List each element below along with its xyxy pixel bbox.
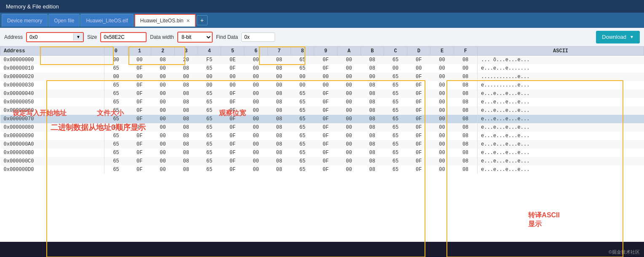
hex-cell[interactable]: 00 [337, 106, 361, 115]
hex-cell[interactable]: 00 [337, 157, 361, 165]
hex-cell[interactable]: 08 [267, 149, 291, 157]
hex-cell[interactable]: 00 [454, 64, 477, 73]
hex-cell[interactable]: 08 [267, 98, 291, 106]
hex-cell[interactable]: 65 [104, 157, 128, 165]
hex-cell[interactable]: 0F [221, 89, 244, 98]
hex-cell[interactable]: 08 [454, 81, 477, 89]
hex-cell[interactable]: 00 [291, 73, 314, 81]
tab-close-icon[interactable]: ✕ [186, 18, 190, 24]
hex-cell[interactable]: 00 [337, 115, 361, 123]
hex-cell[interactable]: 65 [291, 64, 314, 73]
hex-cell[interactable]: 65 [198, 98, 221, 106]
hex-cell[interactable]: 65 [104, 132, 128, 140]
hex-cell[interactable]: 0F [314, 132, 337, 140]
hex-cell[interactable]: 08 [361, 132, 384, 140]
hex-cell[interactable]: 00 [244, 98, 267, 106]
hex-cell[interactable]: F5 [198, 56, 221, 65]
hex-cell[interactable]: 00 [361, 73, 384, 81]
hex-cell[interactable]: 0F [314, 89, 337, 98]
hex-cell[interactable]: 65 [384, 157, 407, 165]
hex-cell[interactable]: 08 [361, 115, 384, 123]
hex-cell[interactable]: 00 [430, 56, 454, 65]
hex-cell[interactable]: 08 [454, 132, 477, 140]
hex-cell[interactable]: 00 [151, 157, 174, 165]
hex-cell[interactable]: 0F [128, 157, 151, 165]
hex-cell[interactable]: 00 [244, 157, 267, 165]
hex-cell[interactable]: 0F [221, 149, 244, 157]
hex-cell[interactable]: 08 [361, 157, 384, 165]
hex-cell[interactable]: 08 [454, 73, 477, 81]
hex-cell[interactable]: 08 [454, 106, 477, 115]
hex-cell[interactable]: 00 [244, 165, 267, 174]
hex-cell[interactable]: 20 [174, 56, 198, 65]
hex-cell[interactable]: 0F [128, 115, 151, 123]
hex-cell[interactable]: 00 [244, 140, 267, 149]
hex-cell[interactable]: 00 [337, 140, 361, 149]
hex-cell[interactable]: 00 [128, 73, 151, 81]
hex-cell[interactable]: 00 [244, 56, 267, 65]
hex-cell[interactable]: 0F [314, 165, 337, 174]
hex-cell[interactable]: 0F [314, 56, 337, 65]
hex-cell[interactable]: 00 [430, 81, 454, 89]
hex-cell[interactable]: 65 [291, 157, 314, 165]
hex-cell[interactable]: 08 [454, 98, 477, 106]
hex-cell[interactable]: 65 [198, 165, 221, 174]
hex-cell[interactable]: 65 [291, 132, 314, 140]
hex-cell[interactable]: 0F [407, 140, 430, 149]
hex-cell[interactable]: 08 [174, 165, 198, 174]
hex-cell[interactable]: 00 [151, 140, 174, 149]
data-width-select[interactable]: 8-bit 16-bit 32-bit [178, 32, 212, 42]
hex-cell[interactable]: 00 [151, 98, 174, 106]
hex-cell[interactable]: 08 [454, 149, 477, 157]
hex-cell[interactable]: 00 [337, 98, 361, 106]
hex-cell[interactable]: 00 [244, 132, 267, 140]
hex-cell[interactable]: 00 [244, 115, 267, 123]
hex-cell[interactable]: 00 [430, 73, 454, 81]
hex-cell[interactable]: 00 [430, 149, 454, 157]
hex-cell[interactable]: 65 [384, 140, 407, 149]
hex-cell[interactable]: 00 [314, 73, 337, 81]
hex-cell[interactable]: 00 [337, 149, 361, 157]
hex-cell[interactable]: 08 [361, 81, 384, 89]
hex-cell[interactable]: 00 [384, 64, 407, 73]
hex-cell[interactable]: 0F [407, 165, 430, 174]
hex-cell[interactable]: 00 [151, 64, 174, 73]
hex-cell[interactable]: 0F [407, 123, 430, 132]
hex-cell[interactable]: 00 [430, 98, 454, 106]
hex-cell[interactable]: 0F [407, 106, 430, 115]
hex-cell[interactable]: 08 [174, 140, 198, 149]
hex-cell[interactable]: 0F [314, 157, 337, 165]
find-data-input[interactable] [241, 32, 275, 42]
hex-cell[interactable]: 08 [361, 140, 384, 149]
size-input[interactable] [100, 32, 147, 42]
hex-cell[interactable]: 65 [104, 140, 128, 149]
hex-cell[interactable]: 65 [104, 89, 128, 98]
hex-cell[interactable]: 0F [128, 140, 151, 149]
hex-cell[interactable]: 08 [174, 81, 198, 89]
hex-cell[interactable]: 0F [407, 56, 430, 65]
hex-cell[interactable]: 08 [454, 140, 477, 149]
hex-cell[interactable]: 08 [267, 56, 291, 65]
hex-cell[interactable]: 00 [337, 132, 361, 140]
hex-cell[interactable]: 0F [221, 123, 244, 132]
hex-cell[interactable]: 65 [291, 106, 314, 115]
hex-cell[interactable]: 08 [267, 123, 291, 132]
hex-cell[interactable]: 08 [454, 165, 477, 174]
hex-cell[interactable]: 0F [221, 115, 244, 123]
hex-cell[interactable]: 65 [104, 149, 128, 157]
hex-cell[interactable]: 08 [454, 115, 477, 123]
hex-cell[interactable]: 08 [267, 132, 291, 140]
hex-cell[interactable]: 08 [174, 149, 198, 157]
hex-cell[interactable]: 0F [221, 157, 244, 165]
hex-cell[interactable]: 08 [174, 115, 198, 123]
hex-cell[interactable]: 0F [128, 132, 151, 140]
hex-cell[interactable]: 0F [128, 64, 151, 73]
hex-cell[interactable]: 00 [198, 73, 221, 81]
hex-cell[interactable]: 00 [337, 73, 361, 81]
hex-cell[interactable]: 08 [361, 165, 384, 174]
hex-cell[interactable]: 0F [221, 132, 244, 140]
hex-cell[interactable]: 0F [221, 140, 244, 149]
hex-cell[interactable]: 00 [128, 56, 151, 65]
hex-cell[interactable]: 08 [361, 149, 384, 157]
hex-cell[interactable]: 65 [198, 123, 221, 132]
